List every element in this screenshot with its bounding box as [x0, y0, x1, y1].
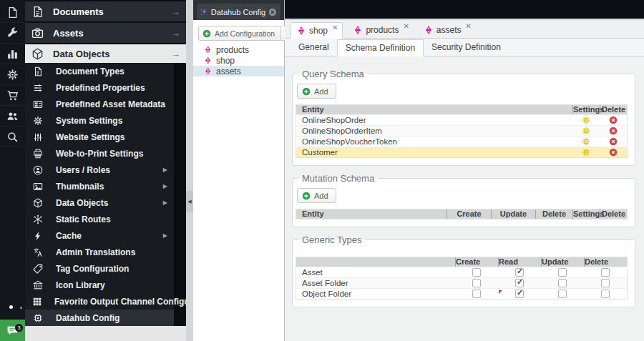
- tab-schema-definition[interactable]: Schema Definition: [337, 39, 424, 56]
- checkbox-read[interactable]: [515, 268, 524, 277]
- close-icon[interactable]: ✕: [332, 24, 338, 31]
- tree-item-shop[interactable]: shop: [193, 55, 284, 66]
- sidebar-item-data-objects[interactable]: Data Objects ▶: [25, 194, 174, 211]
- tree-item-assets[interactable]: assets: [193, 66, 284, 76]
- checkbox-delete[interactable]: [601, 290, 610, 298]
- delete-icon[interactable]: [600, 148, 627, 157]
- settings-icon[interactable]: [572, 116, 600, 124]
- cart-icon[interactable]: [0, 85, 25, 106]
- checkbox-delete[interactable]: [601, 279, 610, 287]
- file-icon[interactable]: [0, 2, 25, 23]
- accordion-header-data-objects[interactable]: Data Objects →: [25, 44, 186, 63]
- sidebar-item-predefined-asset-metadata[interactable]: Predefined Asset Metadata: [25, 96, 174, 112]
- settings-icon[interactable]: [572, 137, 600, 146]
- plus-icon: [203, 29, 211, 38]
- chevron-right-icon: ▶: [163, 232, 167, 239]
- settings-icon[interactable]: [572, 148, 600, 157]
- sidebar-item-admin-translations[interactable]: Admin Translations: [25, 244, 174, 260]
- sidebar-item-static-routes[interactable]: Static Routes: [25, 211, 174, 227]
- translate-icon: [32, 247, 44, 257]
- query-schema-fieldset: Query Schema Add Entity Settings Delete …: [292, 69, 635, 166]
- left-icon-bar: 3: [0, 0, 25, 341]
- sidebar-item-cache[interactable]: Cache ▶: [25, 227, 174, 244]
- checkbox-update[interactable]: [558, 290, 567, 298]
- metadata-icon: [32, 99, 44, 109]
- sidebar-item-users-roles[interactable]: Users / Roles ▶: [25, 162, 174, 178]
- mutation-schema-fieldset: Mutation Schema Add Entity Create Update…: [292, 173, 635, 227]
- tab-shop[interactable]: shop ✕: [291, 22, 343, 39]
- equalizer-icon: [32, 132, 44, 142]
- sidebar-item-web-to-print-settings[interactable]: Web-to-Print Settings: [25, 145, 174, 162]
- main-panel: shop ✕ products ✕ assets ✕ General Schem…: [285, 0, 644, 341]
- camera-icon: [31, 27, 44, 39]
- search-icon[interactable]: [0, 127, 25, 147]
- bar-chart-icon[interactable]: [0, 44, 25, 64]
- table-row[interactable]: Object Folder: [296, 288, 627, 299]
- collapse-left-icon[interactable]: ◀: [186, 191, 193, 212]
- sidebar-item-favorite-output-channel-configurations[interactable]: Favorite Output Channel Configurations: [25, 293, 174, 310]
- settings-icon[interactable]: [572, 127, 600, 135]
- accordion-header-documents[interactable]: Documents →: [25, 1, 186, 21]
- image-icon: [32, 182, 44, 192]
- wrench-icon[interactable]: [0, 23, 25, 44]
- checkbox-delete[interactable]: [601, 268, 610, 277]
- checkbox-create[interactable]: [472, 279, 481, 287]
- tab-products[interactable]: products ✕: [348, 21, 413, 38]
- delete-icon[interactable]: [600, 137, 627, 146]
- tab-assets[interactable]: assets ✕: [419, 21, 476, 38]
- sidebar-item-document-types[interactable]: Document Types: [25, 63, 174, 79]
- close-icon[interactable]: [268, 8, 277, 16]
- config-tabbar: shop ✕ products ✕ assets ✕: [285, 19, 644, 39]
- sidebar-item-system-settings[interactable]: System Settings: [25, 112, 174, 129]
- navigation-accordion: Documents → Assets → Data Objects → Docu…: [25, 0, 186, 341]
- checkbox-read[interactable]: [515, 279, 524, 287]
- table-row[interactable]: OnlineShopVoucherToken: [296, 136, 627, 147]
- arrow-right-icon: →: [171, 49, 180, 59]
- table-header: Entity Settings Delete: [296, 105, 627, 114]
- chat-badge: 3: [15, 324, 23, 332]
- sidebar-item-datahub-config[interactable]: Datahub Config: [25, 310, 174, 326]
- panel-splitter[interactable]: ◀: [186, 0, 193, 341]
- chat-button[interactable]: 3: [0, 320, 25, 341]
- delete-icon[interactable]: [600, 116, 627, 124]
- arrow-right-icon: →: [171, 28, 180, 39]
- table-row[interactable]: OnlineShopOrder: [296, 114, 627, 125]
- documents-icon: [31, 6, 44, 18]
- checkbox-create[interactable]: [472, 290, 481, 298]
- tree-item-products[interactable]: products: [193, 44, 284, 55]
- users-icon[interactable]: [0, 106, 25, 127]
- checkbox-update[interactable]: [558, 268, 567, 277]
- status-dot-small: [20, 307, 22, 309]
- sidebar-item-predefined-properties[interactable]: Predefined Properties: [25, 79, 174, 96]
- checkbox-create[interactable]: [472, 268, 481, 277]
- generic-types-legend: Generic Types: [298, 234, 366, 245]
- tab-general[interactable]: General: [291, 39, 337, 56]
- tab-datahub-config[interactable]: Datahub Config: [197, 4, 280, 20]
- mutation-schema-legend: Mutation Schema: [298, 173, 378, 184]
- table-row[interactable]: Asset Folder: [296, 277, 627, 288]
- table-row[interactable]: Asset: [296, 267, 627, 277]
- table-row[interactable]: Customer: [296, 147, 627, 157]
- sidebar-item-website-settings[interactable]: Website Settings: [25, 129, 174, 145]
- tab-security-definition[interactable]: Security Definition: [424, 39, 509, 56]
- mutation-add-button[interactable]: Add: [297, 188, 336, 203]
- accordion-header-assets[interactable]: Assets →: [25, 23, 186, 43]
- checkbox-update[interactable]: [558, 279, 567, 287]
- query-add-button[interactable]: Add: [297, 84, 336, 99]
- generic-types-table: Create Read Update Delete Asset Asset Fo…: [296, 257, 628, 300]
- sidebar-item-tag-configuration[interactable]: Tag Configuration: [25, 260, 174, 277]
- add-configuration-button[interactable]: Add Configuration ▼: [198, 26, 295, 41]
- sidebar-item-icon-library[interactable]: Icon Library: [25, 277, 174, 293]
- plus-icon: [302, 87, 311, 96]
- close-icon[interactable]: ✕: [403, 22, 409, 30]
- settings-menu: Document Types Predefined Properties Pre…: [25, 63, 174, 326]
- table-row[interactable]: OnlineShopOrderItem: [296, 125, 627, 136]
- datahub-panel: Datahub Config Add Configuration ▼ produ…: [193, 0, 285, 341]
- checkbox-read[interactable]: [515, 290, 524, 298]
- delete-icon[interactable]: [600, 127, 627, 135]
- sidebar-item-thumbnails[interactable]: Thumbnails ▶: [25, 178, 174, 194]
- gear-icon[interactable]: [0, 64, 25, 85]
- close-icon[interactable]: ✕: [466, 22, 472, 30]
- hexagram-icon: [204, 56, 212, 64]
- top-bar: [285, 0, 644, 18]
